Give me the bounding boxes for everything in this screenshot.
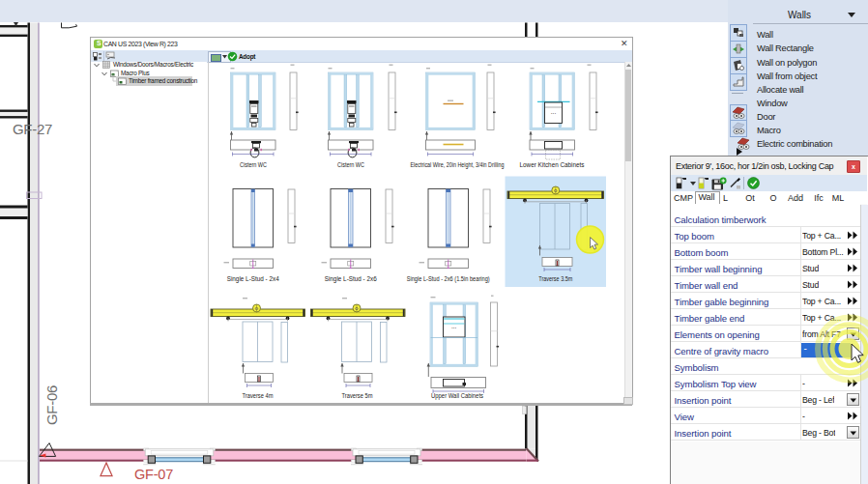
svg-text:Single L-Stud - 2x6 (1.5in be: Single L-Stud - 2x6 (1.5in bearing) <box>407 275 490 283</box>
svg-text:Traverse 5m: Traverse 5m <box>342 392 373 399</box>
svg-text:Traverse 3.5m: Traverse 3.5m <box>538 275 572 282</box>
svg-text:Single L-Stud - 2x4: Single L-Stud - 2x4 <box>227 275 279 283</box>
svg-text:Single L-Stud - 2x6: Single L-Stud - 2x6 <box>325 275 377 283</box>
svg-text:Lower Kitchen Cabinets: Lower Kitchen Cabinets <box>520 161 586 168</box>
svg-text:Electrical Wire, 20in Height,: Electrical Wire, 20in Height, 3/4in Dril… <box>411 161 505 169</box>
svg-text:...: ... <box>451 323 457 329</box>
svg-text:...: ... <box>551 108 557 115</box>
svg-text:Upper Wall Cabinets: Upper Wall Cabinets <box>431 392 484 400</box>
svg-text:Traverse 4m: Traverse 4m <box>243 392 274 399</box>
svg-text:Cistern WC: Cistern WC <box>240 161 267 168</box>
svg-text:Cistern WC: Cistern WC <box>337 161 364 168</box>
